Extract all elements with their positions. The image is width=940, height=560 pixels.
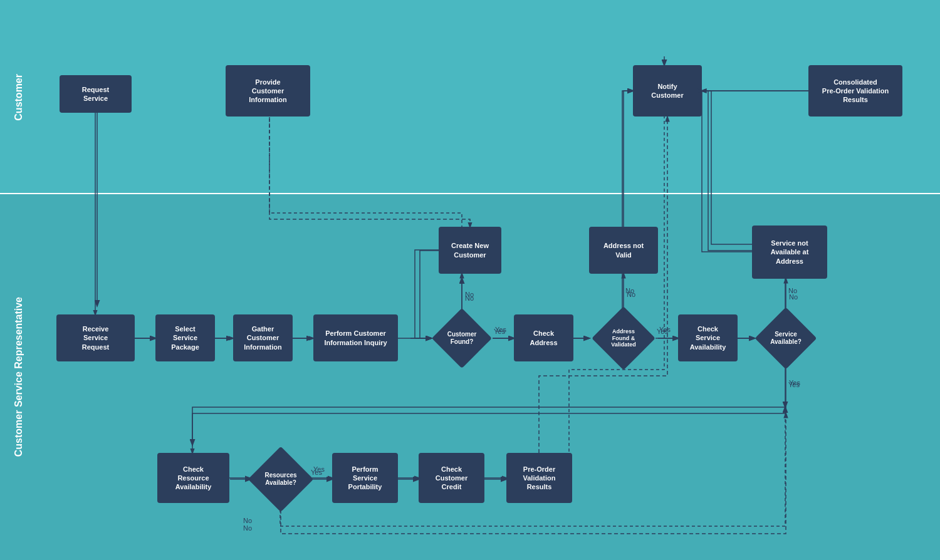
select-service-package-node: Select Service Package [155,314,215,361]
check-resource-availability-node: Check Resource Availability [157,453,229,503]
request-service-node: Request Service [60,75,132,113]
consolidated-results-node: Consolidated Pre-Order Validation Result… [808,65,902,117]
resources-available-diamond: Resources Available? [249,455,312,504]
check-customer-credit-node: Check Customer Credit [419,453,484,503]
perform-inquiry-node: Perform Customer Information Inquiry [313,314,398,361]
notify-customer-node: Notify Customer [633,65,702,117]
gather-customer-info-node: Gather Customer Information [233,314,293,361]
customer-lane-label: Customer [13,74,24,121]
address-found-diamond: Address Found & Validated [589,316,658,360]
customer-found-diamond: Customer Found? [431,316,493,360]
receive-service-request-node: Receive Service Request [56,314,135,361]
create-new-customer-node: Create New Customer [439,227,501,274]
address-not-valid-node: Address not Valid [589,227,658,274]
csr-lane-label: Customer Service Representative [13,297,24,457]
pre-order-validation-node: Pre-Order Validation Results [506,453,572,503]
lane-label-customer: Customer [0,0,38,194]
diagram-container: Customer Customer Service Representative… [0,0,940,560]
lane-label-csr: Customer Service Representative [0,194,38,560]
lane-customer [0,0,940,194]
service-not-available-node: Service not Available at Address [752,226,827,279]
check-service-availability-node: Check Service Availability [678,314,738,361]
check-address-node: Check Address [514,314,573,361]
service-available-diamond: Service Available? [755,316,817,360]
provide-customer-info-node: Provide Customer Information [226,65,310,117]
perform-service-portability-node: Perform Service Portability [332,453,398,503]
